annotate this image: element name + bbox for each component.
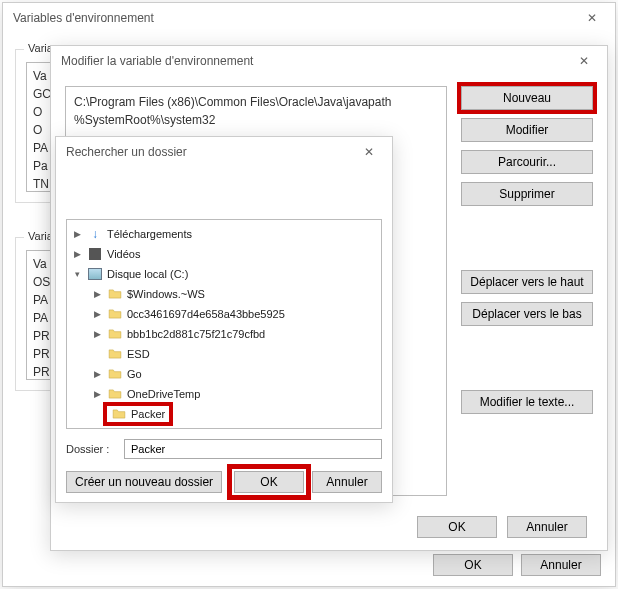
- chevron-right-icon[interactable]: ▶: [91, 369, 103, 379]
- chevron-down-icon[interactable]: ▾: [71, 269, 83, 279]
- tree-item[interactable]: ▶ $Windows.~WS: [69, 284, 379, 304]
- dossier-label: Dossier :: [66, 443, 114, 455]
- folder-icon: [107, 386, 123, 402]
- cancel-button[interactable]: Annuler: [312, 471, 382, 493]
- ok-button[interactable]: OK: [433, 554, 513, 576]
- folder-icon: [107, 346, 123, 362]
- tree-item[interactable]: ▶ OneDriveTemp: [69, 384, 379, 404]
- edit-titlebar: Modifier la variable d'environnement ✕: [51, 46, 607, 76]
- new-folder-button[interactable]: Créer un nouveau dossier: [66, 471, 222, 493]
- env-title: Variables d'environnement: [13, 11, 154, 25]
- chevron-right-icon[interactable]: ▶: [71, 249, 83, 259]
- path-item[interactable]: %SystemRoot%\system32: [74, 111, 438, 129]
- download-icon: ↓: [87, 226, 103, 242]
- chevron-right-icon[interactable]: ▶: [71, 229, 83, 239]
- tree-item[interactable]: ▶ bbb1bc2d881c75f21c79cfbd: [69, 324, 379, 344]
- cancel-button[interactable]: Annuler: [507, 516, 587, 538]
- tree-item[interactable]: ▶ 0cc3461697d4e658a43bbe5925: [69, 304, 379, 324]
- tree-item-disk-c[interactable]: ▾ Disque local (C:): [69, 264, 379, 284]
- tree-item[interactable]: ESD: [69, 344, 379, 364]
- cancel-button[interactable]: Annuler: [521, 554, 601, 576]
- browse-title: Rechercher un dossier: [66, 145, 187, 159]
- chevron-right-icon[interactable]: ▶: [91, 329, 103, 339]
- edit-button[interactable]: Modifier: [461, 118, 593, 142]
- tree-label: Go: [127, 368, 142, 380]
- tree-label: Disque local (C:): [107, 268, 188, 280]
- folder-tree[interactable]: ▶ ↓ Téléchargements ▶ Vidéos ▾ Disque lo…: [66, 219, 382, 429]
- tree-item[interactable]: ▶ Go: [69, 364, 379, 384]
- tree-label: Packer: [131, 408, 165, 420]
- tree-label: ESD: [127, 348, 150, 360]
- folder-icon: [107, 286, 123, 302]
- tree-label: $Windows.~WS: [127, 288, 205, 300]
- tree-label: OneDriveTemp: [127, 388, 200, 400]
- tree-item-videos[interactable]: ▶ Vidéos: [69, 244, 379, 264]
- new-button[interactable]: Nouveau: [461, 86, 593, 110]
- tree-item-packer[interactable]: Packer: [69, 404, 379, 424]
- folder-icon: [111, 406, 127, 422]
- tree-label: Téléchargements: [107, 228, 192, 240]
- ok-button[interactable]: OK: [417, 516, 497, 538]
- disk-icon: [87, 266, 103, 282]
- close-icon[interactable]: ✕: [569, 46, 599, 76]
- browse-folder-window: Rechercher un dossier ✕ ▶ ↓ Téléchargeme…: [55, 136, 393, 503]
- tree-label: 0cc3461697d4e658a43bbe5925: [127, 308, 285, 320]
- path-item[interactable]: C:\Program Files (x86)\Common Files\Orac…: [74, 93, 438, 111]
- folder-icon: [107, 306, 123, 322]
- move-down-button[interactable]: Déplacer vers le bas: [461, 302, 593, 326]
- delete-button[interactable]: Supprimer: [461, 182, 593, 206]
- chevron-right-icon[interactable]: ▶: [91, 389, 103, 399]
- env-titlebar: Variables d'environnement ✕: [3, 3, 615, 33]
- folder-icon: [107, 326, 123, 342]
- chevron-right-icon[interactable]: ▶: [91, 289, 103, 299]
- tree-label: Vidéos: [107, 248, 140, 260]
- close-icon[interactable]: ✕: [354, 137, 384, 167]
- folder-icon: [107, 366, 123, 382]
- video-icon: [87, 246, 103, 262]
- tree-label: bbb1bc2d881c75f21c79cfbd: [127, 328, 265, 340]
- browse-titlebar: Rechercher un dossier ✕: [56, 137, 392, 167]
- dossier-input[interactable]: [124, 439, 382, 459]
- move-up-button[interactable]: Déplacer vers le haut: [461, 270, 593, 294]
- browse-button[interactable]: Parcourir...: [461, 150, 593, 174]
- tree-item-downloads[interactable]: ▶ ↓ Téléchargements: [69, 224, 379, 244]
- edit-title: Modifier la variable d'environnement: [61, 54, 253, 68]
- edit-text-button[interactable]: Modifier le texte...: [461, 390, 593, 414]
- close-icon[interactable]: ✕: [577, 3, 607, 33]
- chevron-right-icon[interactable]: ▶: [91, 309, 103, 319]
- ok-button[interactable]: OK: [234, 471, 304, 493]
